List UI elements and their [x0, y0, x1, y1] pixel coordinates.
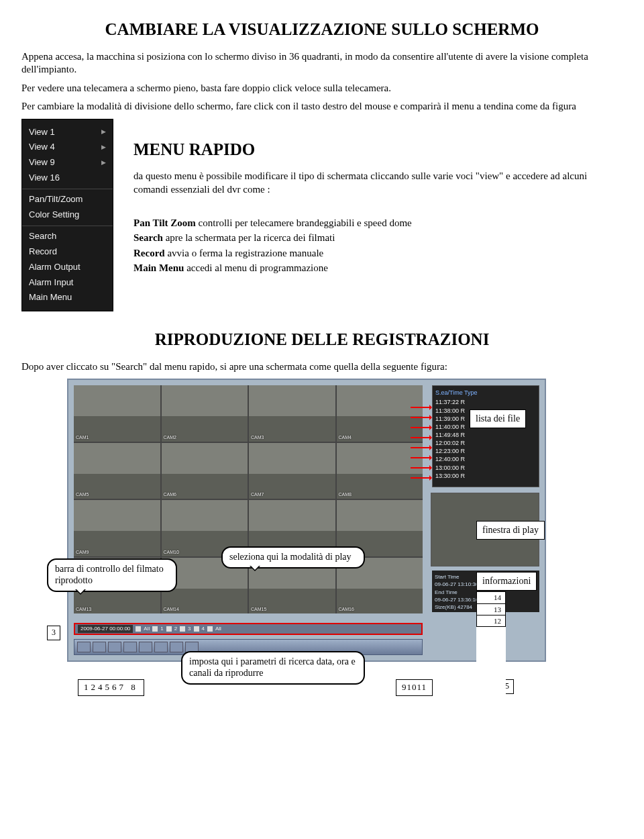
intro-paragraph-3: Per cambiare la modalità di divisione de…: [21, 100, 623, 113]
ctx-item-view1[interactable]: View 1▶: [22, 125, 113, 140]
callout-number-3: 3: [47, 626, 60, 640]
camera-cell: [337, 385, 423, 442]
camera-cell: [249, 385, 335, 442]
menu-rapido-title: MENU RAPIDO: [133, 139, 623, 161]
file-list-item[interactable]: 13:00:00 R: [435, 464, 536, 472]
desc-ptz: Pan Tilt Zoom controlli per telecamere b…: [133, 217, 623, 230]
camera-cell: [74, 500, 160, 556]
callout-play-window: finestra di play: [476, 521, 545, 540]
ctx-item-view9[interactable]: View 9▶: [22, 155, 113, 170]
callout-numbers-mid: 91011: [396, 679, 433, 696]
callout-side-numbers: 14 13 12: [476, 592, 506, 698]
fast-button[interactable]: [139, 642, 152, 652]
camera-cell: [74, 443, 160, 499]
checkbox-ch4[interactable]: [194, 626, 199, 632]
search-params-bar[interactable]: 2009-06-27 00:00:00 All 1 2 3 4 All: [74, 623, 423, 635]
checkbox-ch2[interactable]: [166, 626, 172, 632]
menu-rapido-desc: da questo menu è possibile modificare il…: [133, 170, 623, 196]
camera-cell: [74, 385, 160, 442]
camera-cell: [162, 443, 248, 499]
checkbox-all[interactable]: [136, 626, 141, 632]
file-list-panel: S.ea/Time Type 11:37:22 R11:38:00 R11:39…: [432, 385, 539, 487]
next-frame-button[interactable]: [170, 642, 183, 652]
riproduzione-desc: Dopo aver cliccato su "Search" dal menu …: [21, 360, 623, 374]
stop-button[interactable]: [93, 642, 106, 652]
chevron-right-icon: ▶: [101, 144, 106, 152]
intro-paragraph-2: Per vedere una telecamera a schermo pien…: [21, 82, 623, 95]
callout-info: informazioni: [476, 572, 537, 591]
context-menu-screenshot: View 1▶ View 4▶ View 9▶ View 16 Pan/Tilt…: [21, 119, 113, 312]
riproduzione-title: RIPRODUZIONE DELLE REGISTRAZIONI: [21, 329, 623, 351]
camera-cell: [249, 443, 335, 499]
checkbox-ch3[interactable]: [180, 626, 185, 632]
speech-barra-controllo: barra di controllo del filmato riprodott…: [47, 558, 177, 592]
desc-search: Search apre la schermata per la ricerca …: [133, 232, 623, 245]
checkbox-ch1[interactable]: [152, 626, 158, 632]
play-button[interactable]: [77, 642, 91, 652]
file-list-item[interactable]: 12:00:02 R: [435, 439, 536, 447]
ctx-item-search[interactable]: Search: [22, 229, 113, 244]
ctx-item-color[interactable]: Color Setting: [22, 207, 113, 223]
ctx-item-alarm-input[interactable]: Alarm Input: [22, 275, 113, 291]
file-list-item[interactable]: 12:40:00 R: [435, 455, 536, 463]
ctx-item-record[interactable]: Record: [22, 244, 113, 260]
pause-button[interactable]: [108, 642, 121, 652]
file-list-header: S.ea/Time Type: [435, 389, 536, 397]
camera-cell: [162, 385, 248, 442]
chevron-right-icon: ▶: [101, 128, 106, 136]
slow-button[interactable]: [123, 642, 137, 652]
page-title: CAMBIARE LA VISUALIZZAZIONE SULLO SCHERM…: [21, 19, 623, 41]
file-list-item[interactable]: 13:30:00 R: [435, 472, 536, 480]
prev-frame-button[interactable]: [154, 642, 168, 652]
ctx-item-main-menu[interactable]: Main Menu: [22, 290, 113, 305]
intro-paragraph-1: Appena accesa, la macchina si posiziona …: [21, 50, 623, 77]
file-list-item[interactable]: 12:23:00 R: [435, 447, 536, 455]
callout-arrows-filelist: [411, 399, 431, 479]
file-list-item[interactable]: 11:49:48 R: [435, 431, 536, 439]
callout-file-list: lista dei file: [470, 409, 526, 428]
chevron-right-icon: ▶: [101, 159, 106, 167]
checkbox-chall[interactable]: [207, 626, 213, 632]
callout-numbers-left: 124567 8: [78, 679, 144, 696]
speech-parametri-ricerca: imposta qui i parametri di ricerca data,…: [181, 651, 365, 685]
speech-modalita-play: seleziona qui la modalità di play: [221, 546, 365, 569]
ctx-item-alarm-output[interactable]: Alarm Output: [22, 260, 113, 275]
date-field[interactable]: 2009-06-27 00:00:00: [78, 625, 133, 633]
desc-record: Record avvia o ferma la registrazione ma…: [133, 247, 623, 260]
ctx-item-view16[interactable]: View 16: [22, 170, 113, 186]
ctx-item-ptz[interactable]: Pan/Tilt/Zoom: [22, 192, 113, 207]
ctx-item-view4[interactable]: View 4▶: [22, 140, 113, 155]
file-list-item[interactable]: 11:37:22 R: [435, 398, 536, 406]
camera-cell: [337, 443, 423, 499]
desc-main-menu: Main Menu accedi al menu di programmazio…: [133, 262, 623, 275]
